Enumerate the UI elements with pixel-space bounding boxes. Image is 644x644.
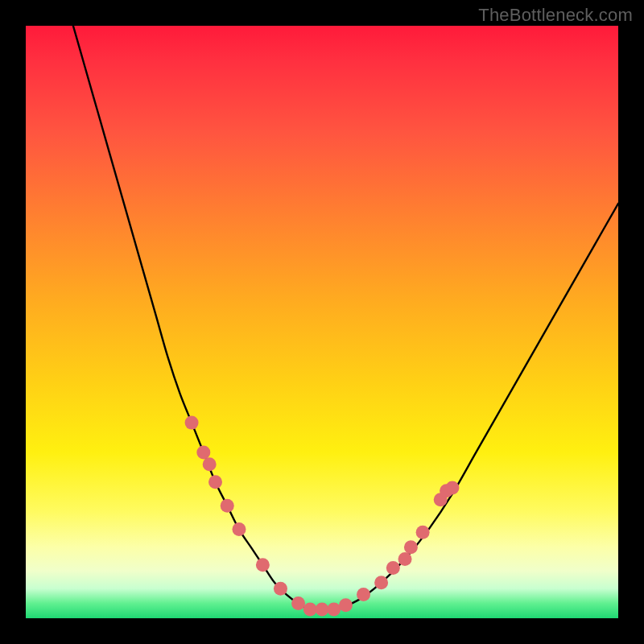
data-marker <box>316 602 329 616</box>
data-marker <box>398 552 412 566</box>
data-marker <box>185 416 199 430</box>
data-marker <box>256 558 270 572</box>
chart-svg <box>26 26 618 618</box>
bottleneck-curve <box>73 26 618 610</box>
data-marker <box>196 445 210 459</box>
data-marker <box>404 540 418 554</box>
data-marker <box>208 475 222 489</box>
watermark-text: TheBottleneck.com <box>478 5 633 26</box>
data-marker <box>357 588 370 601</box>
data-marker <box>416 526 430 539</box>
data-marker <box>221 499 234 513</box>
data-marker <box>303 602 317 616</box>
data-marker <box>445 481 459 495</box>
data-markers <box>185 416 460 617</box>
chart-frame: TheBottleneck.com <box>0 0 644 644</box>
data-marker <box>327 602 341 616</box>
data-marker <box>339 598 353 612</box>
data-marker <box>232 522 246 536</box>
data-marker <box>291 597 305 610</box>
data-marker <box>274 582 287 596</box>
data-marker <box>203 457 217 471</box>
data-marker <box>374 576 388 589</box>
data-marker <box>386 561 400 575</box>
plot-area <box>26 26 618 618</box>
